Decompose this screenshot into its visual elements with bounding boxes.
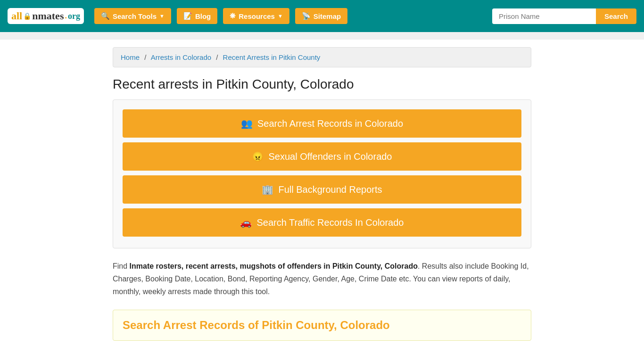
description-bold: Inmate rosters, recent arrests, mugshots… [130,262,418,270]
page-title: Recent arrests in Pitkin County, Colorad… [113,77,531,92]
blog-icon: 📝 [183,12,192,20]
action-buttons-box: 👥 Search Arrest Records in Colorado 😠 Se… [113,99,531,248]
logo-org-text: org [68,11,80,21]
logo-dot: . [65,12,66,20]
search-records-section: Search Arrest Records of Pitkin County, … [113,310,531,341]
chevron-down-icon: ▼ [159,13,165,19]
search-tools-label: Search Tools [113,12,157,20]
search-records-title: Search Arrest Records of Pitkin County, … [123,319,521,332]
sexual-offenders-label: Sexual Offenders in Colorado [268,151,392,162]
background-reports-icon: 🏢 [262,184,273,195]
description-intro: Find [113,262,130,270]
sexual-offenders-icon: 😠 [252,151,264,162]
search-tools-icon: 🔍 [101,12,110,20]
logo[interactable]: all 🔒 nmates . org [8,8,84,24]
background-reports-button[interactable]: 🏢 Full Background Reports [123,175,521,204]
search-arrest-records-button[interactable]: 👥 Search Arrest Records in Colorado [123,109,521,138]
description-text: Find Inmate rosters, recent arrests, mug… [113,260,531,298]
header-search-button[interactable]: Search [596,8,636,24]
traffic-records-button[interactable]: 🚗 Search Traffic Records In Colorado [123,208,521,237]
search-tools-button[interactable]: 🔍 Search Tools ▼ [94,8,171,24]
header: all 🔒 nmates . org 🔍 Search Tools ▼ 📝 Bl… [0,0,644,32]
arrest-records-label: Search Arrest Records in Colorado [257,118,403,129]
logo-all-text: all [11,10,22,22]
logo-area[interactable]: all 🔒 nmates . org [8,8,84,24]
blog-label: Blog [195,12,211,20]
breadcrumb-current: Recent Arrests in Pitkin County [223,53,321,61]
breadcrumb-sep-1: / [144,53,146,61]
logo-inmates-text: nmates [32,10,64,22]
breadcrumb: Home / Arrests in Colorado / Recent Arre… [113,47,531,67]
traffic-records-icon: 🚗 [240,217,252,228]
resources-icon: ❋ [230,12,236,20]
breadcrumb-sep-2: / [216,53,218,61]
background-reports-label: Full Background Reports [278,184,382,195]
resources-label: Resources [239,12,275,20]
resources-chevron-icon: ▼ [278,13,283,19]
blog-button[interactable]: 📝 Blog [177,8,217,24]
prison-search-input[interactable] [492,8,596,24]
resources-button[interactable]: ❋ Resources ▼ [223,8,289,24]
search-area: Search [492,8,636,24]
breadcrumb-arrests-co[interactable]: Arrests in Colorado [151,53,211,61]
sitemap-icon: 📡 [302,12,311,20]
breadcrumb-home[interactable]: Home [121,53,140,61]
sitemap-label: Sitemap [314,12,341,20]
traffic-records-label: Search Traffic Records In Colorado [256,217,404,228]
sitemap-button[interactable]: 📡 Sitemap [295,8,347,24]
main-content: Home / Arrests in Colorado / Recent Arre… [105,40,539,341]
sexual-offenders-button[interactable]: 😠 Sexual Offenders in Colorado [123,142,521,171]
arrest-records-icon: 👥 [241,118,253,129]
logo-icon: 🔒 [23,12,31,20]
sub-header-gap [0,32,644,40]
